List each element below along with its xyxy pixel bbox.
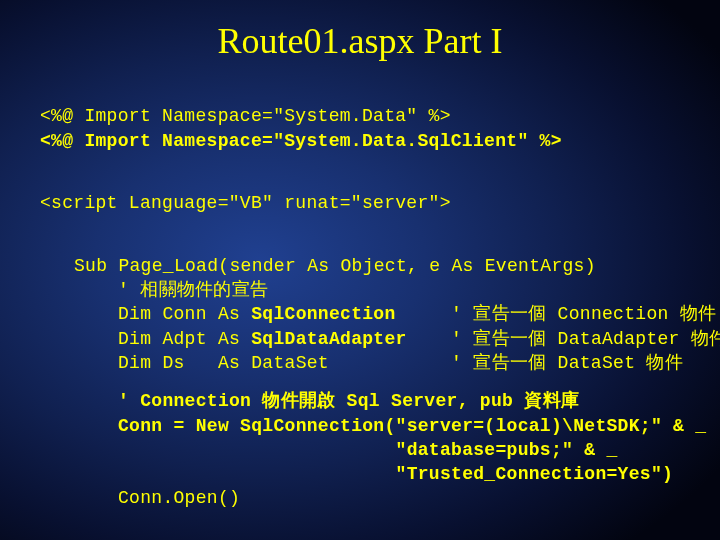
line-conn3: "Trusted_Connection=Yes"): [40, 462, 690, 486]
line-import1: <%@ Import Namespace="System.Data" %>: [40, 106, 451, 126]
line-conn1: Conn = New SqlConnection("server=(local)…: [40, 414, 690, 438]
line-c1: ' 相關物件的宣告: [40, 278, 690, 302]
line-sub: Sub Page_Load(sender As Object, e As Eve…: [40, 254, 690, 278]
line-script: <script Language="VB" runat="server">: [40, 193, 451, 213]
line-d3: Dim Ds As DataSet ' 宣告一個 DataSet 物件: [40, 351, 690, 375]
line-open: Conn.Open(): [40, 486, 690, 510]
line-d2: Dim Adpt As SqlDataAdapter ' 宣告一個 DataAd…: [40, 327, 690, 351]
slide-title: Route01.aspx Part I: [0, 20, 720, 62]
line-conn2: "database=pubs;" & _: [40, 438, 690, 462]
line-import2: <%@ Import Namespace="System.Data.SqlCli…: [40, 131, 562, 151]
line-c2: ' Connection 物件開啟 Sql Server, pub 資料庫: [40, 389, 690, 413]
code-block: <%@ Import Namespace="System.Data" %> <%…: [40, 80, 690, 511]
line-d1: Dim Conn As SqlConnection ' 宣告一個 Connect…: [40, 302, 690, 326]
